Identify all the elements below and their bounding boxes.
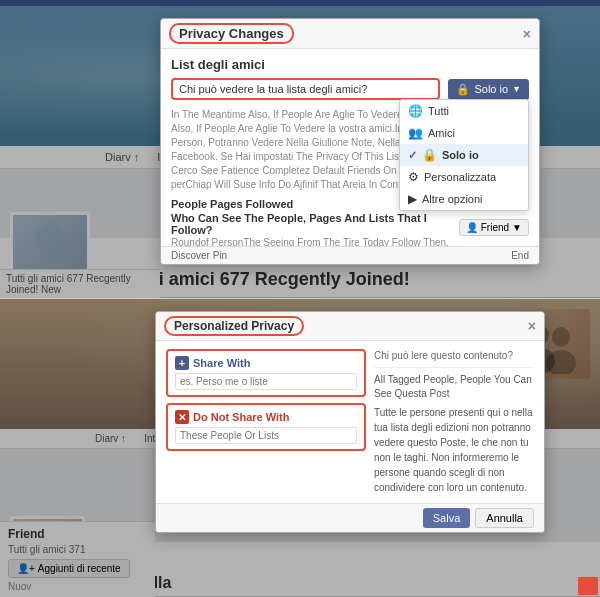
close-dialog-top[interactable]: × [523, 26, 531, 42]
top-section: Tutti gli amici 677 Recgently Joined! Di… [0, 0, 600, 298]
bottom-section: Annabella Diarv ↑ Int Personalized Priva… [0, 298, 600, 597]
x-icon: ✕ [175, 410, 189, 424]
check-icon: ✓ [408, 149, 417, 162]
cancel-button-bottom[interactable]: Annulla [475, 508, 534, 528]
end-label: End [511, 250, 529, 261]
people-icon: 👤 [466, 222, 478, 233]
menu-label-amici: Amici [428, 127, 455, 139]
close-dialog-bottom[interactable]: × [528, 318, 536, 334]
privacy-dropdown-menu: 🌐 Tutti 👥 Amici ✓ 🔒 Solo io ⚙ Personaliz… [399, 99, 529, 211]
personalized-privacy-dialog: Personalized Privacy × + Share With ✕ [155, 311, 545, 533]
share-with-box: + Share With [166, 349, 366, 397]
discover-pin: Discover Pin [171, 250, 227, 261]
dialog-left-panel: + Share With ✕ Do Not Share With [166, 349, 366, 495]
dialog-title-bar-bottom: Personalized Privacy × [156, 312, 544, 341]
list-amici-label: List degli amici [171, 57, 529, 72]
personalized-privacy-title: Personalized Privacy [164, 316, 304, 336]
dialog-right-panel: Chi può lere questo contenuto? All Tagge… [374, 349, 534, 495]
share-with-input[interactable] [175, 373, 357, 390]
dropdown-friend-icon: ▼ [512, 222, 522, 233]
menu-label-personalizzata: Personalizzata [424, 171, 496, 183]
plus-icon: + [175, 356, 189, 370]
menu-item-amici[interactable]: 👥 Amici [400, 122, 528, 144]
share-with-title: + Share With [175, 356, 357, 370]
right-panel-question: Chi può lere questo contenuto? [374, 349, 534, 368]
menu-label-altre: Altre opzioni [422, 193, 483, 205]
dialog-bottom-bar-bottom: Salva Annulla [156, 503, 544, 532]
friends-icon: 👥 [408, 126, 423, 140]
share-with-label: Share With [193, 357, 250, 369]
solo-io-button[interactable]: 🔒 Solo io ▼ [448, 79, 529, 100]
menu-label-solo-io: Solo io [442, 149, 479, 161]
menu-item-tutti[interactable]: 🌐 Tutti [400, 100, 528, 122]
do-not-share-input[interactable] [175, 427, 357, 444]
red-indicator [578, 577, 598, 595]
lock-icon: 🔒 [456, 83, 470, 96]
right-desc-1: All Tagged People, People You Can See Qu… [374, 373, 534, 401]
solo-io-label: Solo io [474, 83, 508, 95]
do-not-share-label: Do Not Share With [193, 411, 289, 423]
gear-icon: ⚙ [408, 170, 419, 184]
dialog-title-bar-top: Privacy Changes × [161, 19, 539, 49]
friend-label-top: Friend [481, 222, 509, 233]
arrow-icon: ▶ [408, 192, 417, 206]
privacy-changes-title: Privacy Changes [169, 23, 294, 44]
dialog-body-top: List degli amici Chi può vedere la tua l… [161, 49, 539, 264]
save-button-bottom[interactable]: Salva [423, 508, 471, 528]
globe-icon: 🌐 [408, 104, 423, 118]
friend-button-top[interactable]: 👤 Friend ▼ [459, 219, 529, 236]
dialog-body-bottom: + Share With ✕ Do Not Share With Chi può… [156, 341, 544, 503]
do-not-share-title: ✕ Do Not Share With [175, 410, 357, 424]
menu-item-altre-opzioni[interactable]: ▶ Altre opzioni [400, 188, 528, 210]
do-not-share-box: ✕ Do Not Share With [166, 403, 366, 451]
right-desc-2: Tutte le persone presenti qui o nella tu… [374, 405, 534, 495]
privacy-dialog-top: Privacy Changes × List degli amici Chi p… [160, 18, 540, 265]
list-question: Chi può vedere la tua lista degli amici? [171, 78, 440, 100]
chevron-down-icon: ▼ [512, 84, 521, 94]
menu-item-personalizzata[interactable]: ⚙ Personalizzata [400, 166, 528, 188]
question-row: Chi può vedere la tua lista degli amici?… [171, 78, 529, 100]
menu-label-tutti: Tutti [428, 105, 449, 117]
dialog-bottom-bar-top: Discover Pin End [161, 246, 539, 264]
lock-menu-icon: 🔒 [422, 148, 437, 162]
menu-item-solo-io[interactable]: ✓ 🔒 Solo io [400, 144, 528, 166]
people-pages-question: Who Can See The People, Pages And Lists … [171, 212, 459, 236]
